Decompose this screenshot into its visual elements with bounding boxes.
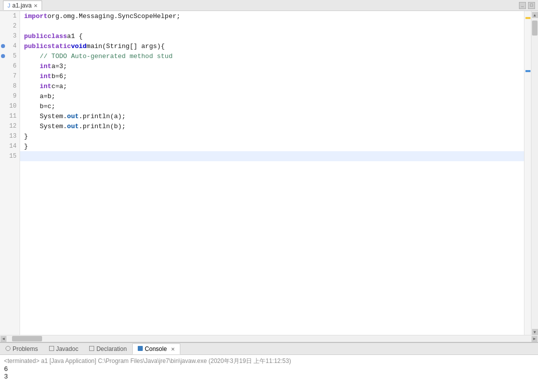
code-line-13: }: [20, 131, 524, 141]
code-line-10: b=c;: [20, 101, 524, 111]
code-line-1: import org.omg.Messaging.SyncScopeHelper…: [20, 11, 524, 21]
gutter-line-4: 4: [0, 41, 20, 51]
declaration-tab-icon: [89, 345, 94, 352]
console-output-line2: 3: [4, 373, 534, 380]
code-area[interactable]: import org.omg.Messaging.SyncScopeHelper…: [20, 11, 524, 335]
gutter-line-7: 7: [0, 71, 20, 81]
problems-tab-icon: [6, 345, 11, 352]
console-output-line1: 6: [4, 365, 534, 373]
gutter-line-10: 10: [0, 101, 20, 111]
editor-tab[interactable]: J a1.java ✕: [3, 1, 42, 10]
code-line-6: int a=3;: [20, 61, 524, 71]
console-tab-icon: [138, 345, 143, 352]
scroll-down-button[interactable]: ▼: [532, 329, 538, 335]
code-line-3: public class a1 {: [20, 31, 524, 41]
code-line-14: }: [20, 141, 524, 151]
code-line-8: int c=a;: [20, 81, 524, 91]
scroll-track-horizontal[interactable]: [7, 335, 531, 342]
gutter-line-5: 5: [0, 51, 20, 61]
gutter-line-14: 14: [0, 141, 20, 151]
gutter-line-8: 8: [0, 81, 20, 91]
editor-container: 123456789101112131415 import org.omg.Mes…: [0, 11, 538, 342]
gutter-line-2: 2: [0, 21, 20, 31]
panel-tabs: ProblemsJavadocDeclarationConsole✕: [0, 343, 538, 355]
scroll-thumb-vertical[interactable]: [532, 21, 537, 36]
file-icon: J: [8, 3, 11, 9]
javadoc-tab-icon: [49, 345, 54, 352]
panel-tab-console[interactable]: Console✕: [132, 343, 180, 354]
code-lines: import org.omg.Messaging.SyncScopeHelper…: [20, 11, 524, 161]
code-line-2: [20, 21, 524, 31]
problems-tab-label: Problems: [13, 345, 38, 352]
declaration-tab-label: Declaration: [96, 345, 127, 352]
window-controls: _ □: [519, 2, 535, 9]
panel-tab-declaration[interactable]: Declaration: [84, 343, 132, 354]
line-number-gutter: 123456789101112131415: [0, 11, 20, 335]
gutter-line-9: 9: [0, 91, 20, 101]
scroll-up-button[interactable]: ▲: [532, 12, 538, 18]
code-line-9: a=b;: [20, 91, 524, 101]
javadoc-tab-label: Javadoc: [56, 345, 79, 352]
panel-tab-javadoc[interactable]: Javadoc: [44, 343, 84, 354]
scroll-track-vertical[interactable]: [531, 18, 538, 329]
horizontal-scrollbar[interactable]: ◀ ▶: [0, 335, 538, 342]
close-tab-icon[interactable]: ✕: [34, 3, 38, 9]
gutter-line-6: 6: [0, 61, 20, 71]
gutter-line-15: 15: [0, 151, 20, 161]
bottom-panel: ProblemsJavadocDeclarationConsole✕ <term…: [0, 342, 538, 392]
panel-tab-problems[interactable]: Problems: [0, 343, 44, 354]
tab-label: a1.java: [13, 2, 32, 9]
console-content[interactable]: <terminated> a1 [Java Application] C:\Pr…: [0, 355, 538, 392]
scroll-right-button[interactable]: ▶: [531, 336, 537, 342]
code-line-5: // TODO Auto-generated method stud: [20, 51, 524, 61]
code-line-7: int b=6;: [20, 71, 524, 81]
gutter-line-13: 13: [0, 131, 20, 141]
scroll-thumb-horizontal[interactable]: [12, 336, 42, 341]
scroll-left-button[interactable]: ◀: [1, 336, 7, 342]
console-tab-label: Console: [145, 345, 167, 352]
annotation-bar: [524, 11, 531, 335]
console-tab-close[interactable]: ✕: [171, 346, 175, 352]
code-line-11: System.out.println(a);: [20, 111, 524, 121]
warning-marker: [525, 17, 530, 19]
minimize-button[interactable]: _: [519, 2, 526, 9]
terminated-line: <terminated> a1 [Java Application] C:\Pr…: [4, 357, 534, 365]
gutter-line-12: 12: [0, 121, 20, 131]
gutter-line-3: 3: [0, 31, 20, 41]
gutter-line-1: 1: [0, 11, 20, 21]
code-line-12: System.out.println(b);: [20, 121, 524, 131]
vertical-scrollbar[interactable]: ▲ ▼: [531, 11, 538, 335]
title-bar: J a1.java ✕ _ □: [0, 0, 538, 11]
maximize-button[interactable]: □: [528, 2, 535, 9]
editor-main: 123456789101112131415 import org.omg.Mes…: [0, 11, 538, 335]
gutter-line-11: 11: [0, 111, 20, 121]
info-marker: [525, 70, 530, 72]
code-line-15: [20, 151, 524, 161]
code-line-4: public static void main(String[] args){: [20, 41, 524, 51]
